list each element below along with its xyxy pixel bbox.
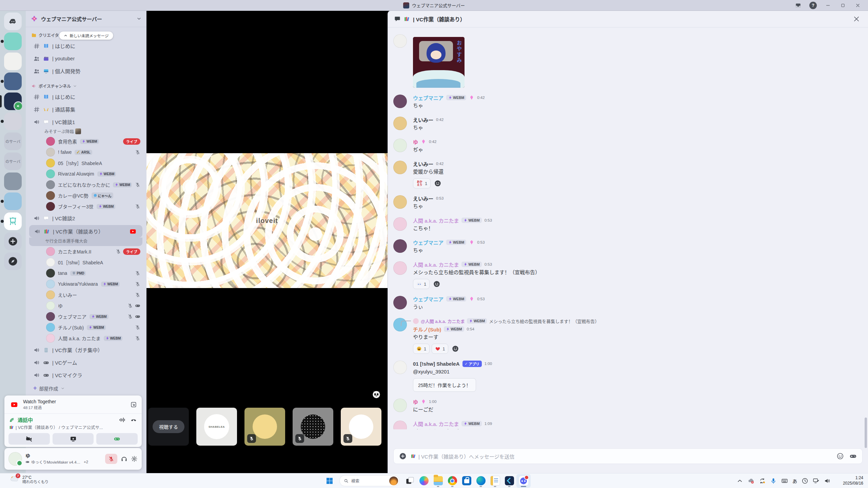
taskbar-app-discord[interactable] [516,474,531,488]
message-username[interactable]: えいみー [413,116,433,123]
emoji-picker-icon[interactable] [836,452,844,460]
sync-icon[interactable] [759,477,766,484]
taskbar-app-copilot[interactable] [417,474,431,488]
attach-icon[interactable] [399,452,407,460]
onedrive-alert-icon[interactable] [748,477,754,484]
inbox-icon[interactable] [791,0,805,11]
message-avatar[interactable] [393,361,407,374]
voice-participant[interactable]: ゆ [28,300,144,311]
server-webmania[interactable] [4,93,22,110]
voice-participant[interactable]: 人間 a.k.a. カニたまWEBM [28,333,144,344]
chat-close-icon[interactable] [852,15,861,23]
mic-mute-button[interactable] [105,454,117,464]
message-quote-box[interactable]: 25時だ！作業をしよう！ [413,378,476,392]
taskbar-app-notepad[interactable] [488,474,502,488]
explore-servers[interactable] [4,252,22,270]
server-miku[interactable] [4,192,22,210]
voice-participant[interactable]: tanaPMD [28,268,144,279]
reaction-pill[interactable]: おかえり1 [413,178,431,188]
voice-channel-row[interactable]: | VCマイクラ [28,369,144,381]
taskbar-weather-widget[interactable]: 7 27°C 晴れのちくもり [9,474,48,485]
message-avatar[interactable] [393,296,407,309]
start-button[interactable] [323,474,336,488]
stream-tile[interactable] [293,408,333,446]
taskbar-app-file-explorer[interactable] [431,474,445,488]
ime-mode-indicator[interactable]: あ [792,477,797,484]
stream-tile[interactable]: 視聴する [148,408,189,446]
deafen-button[interactable] [121,455,127,462]
voice-channel-row[interactable]: | VC作業（雑談あり） [29,225,142,238]
message-username[interactable]: ゆ [413,398,418,405]
taskbar-app-edge[interactable] [474,474,488,488]
server-folder-1[interactable]: のサーバ [4,133,22,150]
message-username[interactable]: 人間 a.k.a. カニたま [413,420,459,427]
channel-row[interactable]: | はじめに [28,40,144,52]
message-username[interactable]: チルノ(Sub) [413,326,441,333]
taskbar-search[interactable]: 検索 [339,475,399,486]
reaction-pill[interactable]: 1 [432,344,448,354]
message-username[interactable]: ウェブマニア [413,239,443,246]
history-icon[interactable] [802,477,808,484]
voice-participant[interactable]: チルノ(Sub)WEBM [28,322,144,333]
voice-channel-row[interactable]: | VC雑談2 [28,212,144,224]
stream-tile[interactable] [244,408,285,446]
message-avatar[interactable] [393,139,407,152]
message-avatar[interactable] [393,34,407,48]
apps-icon[interactable] [849,452,857,460]
voice-participant[interactable]: エビになれなかったかに缶WEBM [28,179,144,190]
taskbar-app-code-editor[interactable] [502,474,516,488]
reaction-pill[interactable]: 1 [413,279,430,289]
touch-keyboard-icon[interactable] [781,477,788,484]
message-username[interactable]: えいみー [413,160,433,167]
message-avatar[interactable] [393,161,407,174]
taskbar-app-task-view[interactable] [402,474,417,488]
message-avatar[interactable] [393,239,407,253]
message-username[interactable]: ゆ [413,138,418,145]
pen-display-icon[interactable] [813,477,820,484]
reply-username[interactable]: @人間 a.k.a. カニたま [421,318,465,324]
add-reaction-button[interactable] [450,344,460,353]
maximize-button[interactable] [836,0,850,11]
message-avatar[interactable] [393,399,407,412]
server-header[interactable]: ウェブマニア公式サーバー [26,11,146,27]
message-avatar[interactable] [393,217,407,231]
hangup-icon[interactable] [130,416,137,423]
voice-participant[interactable]: 食用色素WEBMライブ [28,136,144,147]
chat-scrollbar[interactable] [865,418,867,448]
channel-row[interactable]: | youtuber [28,52,144,65]
tray-expand-icon[interactable] [736,477,743,484]
add-reaction-button[interactable] [433,179,443,188]
voice-participant[interactable]: 01［!shw］ShabeleA [28,257,144,268]
voice-participant[interactable]: 05［!shy］ShabeleA [28,158,144,168]
volume-icon[interactable] [824,477,831,484]
server-cat[interactable] [4,172,22,190]
message-username[interactable]: えいみー [413,195,433,202]
voice-channel-row[interactable]: | VC作業（ガチ集中） [28,344,144,356]
screenshare-button[interactable] [53,433,94,445]
add-server[interactable] [4,232,22,250]
message-input[interactable]: | VC作業（雑談あり）へメッセージを送信 [393,448,863,464]
message-avatar[interactable] [393,195,407,209]
create-room-row[interactable]: +部屋作成 [28,381,144,392]
message-sticker[interactable]: おやすみ [413,37,465,88]
category-4[interactable]: ボイスチャンネル [28,81,144,90]
stream-tile[interactable] [341,408,381,446]
message-username[interactable]: 人間 a.k.a. カニたま [413,217,459,224]
voice-participant[interactable]: ! falweARSL [28,147,144,158]
channel-row[interactable]: | はじめに [28,90,144,103]
server-folder-2[interactable]: のサーバ [4,152,22,170]
voice-participant[interactable]: ウェブマニアWEBM [28,311,144,322]
message-username[interactable]: ウェブマニア [413,94,443,101]
reply-context[interactable]: @人間 a.k.a. カニたまWEBMメシったら立ち絵の監視員を募集します！（宣… [413,317,865,325]
voice-participant[interactable]: ブターフィー3世WEBM [28,201,144,212]
voice-participant[interactable]: Yukiwara/YukiwaraWEBM [28,279,144,289]
taskbar-clock[interactable]: 1:24 2025/08/16 [843,475,863,486]
message-avatar[interactable] [393,95,407,108]
stream-tile[interactable]: SHABELEA [196,408,237,446]
taskbar-app-microsoft-store[interactable] [459,474,474,488]
channel-row[interactable]: | 個人開発勢 [28,65,144,77]
message-username[interactable]: ウェブマニア [413,296,443,303]
server-photo[interactable] [4,73,22,90]
message-avatar[interactable] [393,261,407,275]
server-teal-face[interactable] [4,33,22,50]
